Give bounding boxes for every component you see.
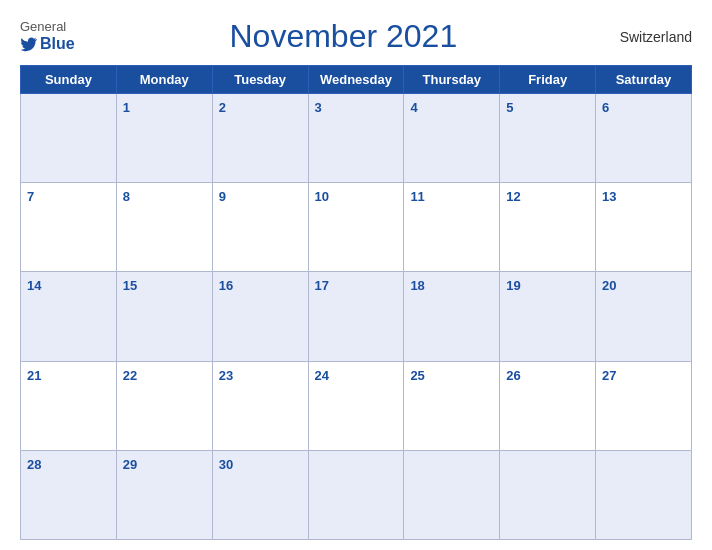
logo: General Blue xyxy=(20,20,75,52)
day-cell-20: 20 xyxy=(596,272,692,361)
weekday-header-row: SundayMondayTuesdayWednesdayThursdayFrid… xyxy=(21,66,692,94)
day-number: 28 xyxy=(27,457,41,472)
day-number: 24 xyxy=(315,368,329,383)
empty-cell xyxy=(596,450,692,539)
day-cell-3: 3 xyxy=(308,94,404,183)
day-cell-9: 9 xyxy=(212,183,308,272)
week-row-1: 123456 xyxy=(21,94,692,183)
logo-blue-text: Blue xyxy=(40,35,75,53)
day-number: 2 xyxy=(219,100,226,115)
day-cell-7: 7 xyxy=(21,183,117,272)
day-number: 14 xyxy=(27,278,41,293)
country-label: Switzerland xyxy=(612,29,692,45)
day-number: 26 xyxy=(506,368,520,383)
day-cell-19: 19 xyxy=(500,272,596,361)
day-number: 8 xyxy=(123,189,130,204)
day-cell-29: 29 xyxy=(116,450,212,539)
empty-cell xyxy=(21,94,117,183)
day-cell-8: 8 xyxy=(116,183,212,272)
day-number: 10 xyxy=(315,189,329,204)
day-cell-25: 25 xyxy=(404,361,500,450)
day-number: 30 xyxy=(219,457,233,472)
logo-general-text: General xyxy=(20,20,66,34)
weekday-header-friday: Friday xyxy=(500,66,596,94)
day-number: 16 xyxy=(219,278,233,293)
day-cell-13: 13 xyxy=(596,183,692,272)
month-title: November 2021 xyxy=(75,18,612,55)
day-number: 5 xyxy=(506,100,513,115)
day-number: 7 xyxy=(27,189,34,204)
week-row-5: 282930 xyxy=(21,450,692,539)
calendar-table: SundayMondayTuesdayWednesdayThursdayFrid… xyxy=(20,65,692,540)
weekday-header-monday: Monday xyxy=(116,66,212,94)
day-number: 3 xyxy=(315,100,322,115)
weekday-header-sunday: Sunday xyxy=(21,66,117,94)
day-cell-4: 4 xyxy=(404,94,500,183)
day-number: 18 xyxy=(410,278,424,293)
day-number: 6 xyxy=(602,100,609,115)
day-cell-26: 26 xyxy=(500,361,596,450)
day-number: 13 xyxy=(602,189,616,204)
day-cell-28: 28 xyxy=(21,450,117,539)
day-number: 1 xyxy=(123,100,130,115)
day-cell-15: 15 xyxy=(116,272,212,361)
day-cell-22: 22 xyxy=(116,361,212,450)
day-cell-14: 14 xyxy=(21,272,117,361)
day-number: 4 xyxy=(410,100,417,115)
day-cell-12: 12 xyxy=(500,183,596,272)
day-cell-24: 24 xyxy=(308,361,404,450)
day-cell-18: 18 xyxy=(404,272,500,361)
weekday-header-thursday: Thursday xyxy=(404,66,500,94)
day-cell-27: 27 xyxy=(596,361,692,450)
week-row-4: 21222324252627 xyxy=(21,361,692,450)
day-cell-30: 30 xyxy=(212,450,308,539)
logo-blue-container: Blue xyxy=(20,35,75,53)
day-cell-2: 2 xyxy=(212,94,308,183)
day-number: 17 xyxy=(315,278,329,293)
day-number: 22 xyxy=(123,368,137,383)
day-number: 29 xyxy=(123,457,137,472)
day-number: 25 xyxy=(410,368,424,383)
day-cell-10: 10 xyxy=(308,183,404,272)
day-cell-11: 11 xyxy=(404,183,500,272)
day-cell-23: 23 xyxy=(212,361,308,450)
weekday-header-wednesday: Wednesday xyxy=(308,66,404,94)
day-number: 9 xyxy=(219,189,226,204)
day-number: 11 xyxy=(410,189,424,204)
week-row-3: 14151617181920 xyxy=(21,272,692,361)
day-number: 21 xyxy=(27,368,41,383)
day-number: 12 xyxy=(506,189,520,204)
day-number: 20 xyxy=(602,278,616,293)
empty-cell xyxy=(500,450,596,539)
day-number: 15 xyxy=(123,278,137,293)
day-number: 27 xyxy=(602,368,616,383)
day-cell-5: 5 xyxy=(500,94,596,183)
logo-bird-icon xyxy=(20,35,38,53)
day-cell-1: 1 xyxy=(116,94,212,183)
empty-cell xyxy=(404,450,500,539)
day-cell-6: 6 xyxy=(596,94,692,183)
empty-cell xyxy=(308,450,404,539)
day-cell-21: 21 xyxy=(21,361,117,450)
day-number: 19 xyxy=(506,278,520,293)
day-cell-16: 16 xyxy=(212,272,308,361)
week-row-2: 78910111213 xyxy=(21,183,692,272)
calendar-header: General Blue November 2021 Switzerland xyxy=(20,10,692,59)
day-cell-17: 17 xyxy=(308,272,404,361)
day-number: 23 xyxy=(219,368,233,383)
weekday-header-saturday: Saturday xyxy=(596,66,692,94)
weekday-header-tuesday: Tuesday xyxy=(212,66,308,94)
